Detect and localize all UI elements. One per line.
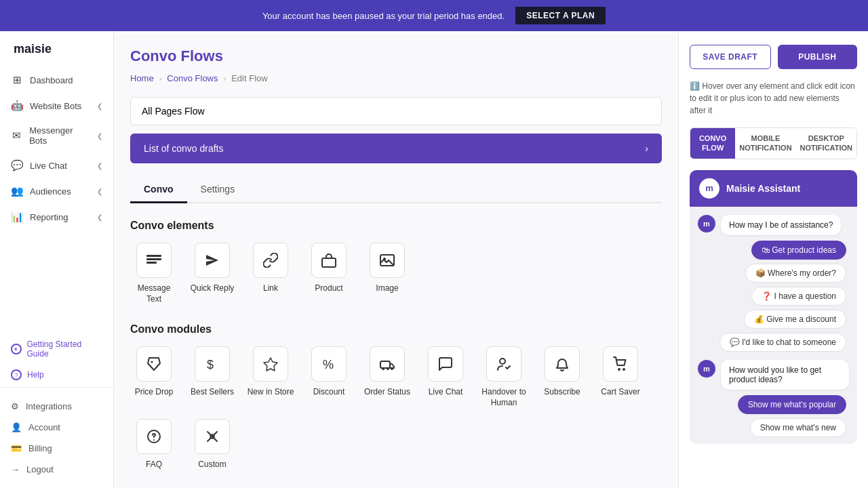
breadcrumb-sep: ›: [224, 75, 226, 83]
sidebar-item-label: Dashboard: [30, 75, 73, 85]
chat-message-row: m How may I be of assistance?: [698, 215, 849, 235]
live-chat-icon: 💬: [11, 159, 23, 171]
svg-point-12: [391, 367, 393, 370]
reply-get-product-ideas[interactable]: 🛍 Get product ideas: [751, 241, 846, 260]
publish-button[interactable]: PUBLISH: [778, 45, 858, 69]
getting-started-guide-link[interactable]: ✦ Getting Started Guide: [0, 333, 113, 365]
svg-point-14: [618, 368, 620, 371]
element-label: Quick Reply: [191, 283, 235, 294]
svg-rect-3: [322, 258, 336, 267]
page-title: Convo Flows: [130, 47, 662, 65]
reply-show-popular[interactable]: Show me what's popular: [738, 395, 846, 414]
select-plan-button[interactable]: SELECT A PLAN: [515, 7, 606, 24]
convo-modules-title: Convo modules: [130, 323, 662, 336]
sidebar-item-billing[interactable]: 💳 Billing: [0, 438, 113, 459]
element-label: Cart Saver: [601, 387, 639, 398]
chevron-icon: ❮: [97, 102, 102, 110]
chat-preview: m Maisie Assistant m How may I be of ass…: [690, 170, 857, 444]
element-label: Price Drop: [135, 387, 174, 398]
chat-agent-name: Maisie Assistant: [726, 183, 800, 194]
module-handover[interactable]: Handover to Human: [480, 346, 528, 408]
view-tabs: CONVO FLOW MOBILE NOTIFICATION DESKTOP N…: [690, 127, 857, 159]
chevron-icon: ❮: [97, 162, 102, 169]
save-draft-button[interactable]: SAVE DRAFT: [690, 45, 771, 69]
module-subscribe[interactable]: Subscribe: [538, 346, 586, 408]
sidebar-item-integrations[interactable]: ⚙ Integrations: [0, 396, 113, 417]
convo-modules-grid: Price Drop $ Best Sellers New in Store: [130, 346, 662, 470]
module-faq[interactable]: FAQ: [130, 419, 178, 470]
tab-settings[interactable]: Settings: [187, 177, 249, 203]
product-icon: [311, 243, 347, 278]
tab-convo[interactable]: Convo: [130, 177, 187, 203]
reporting-icon: 📊: [11, 211, 23, 223]
element-quick-reply[interactable]: Quick Reply: [189, 243, 236, 304]
tab-mobile-notification[interactable]: MOBILE NOTIFICATION: [735, 128, 795, 159]
billing-icon: 💳: [11, 443, 22, 453]
module-custom[interactable]: Custom: [189, 419, 236, 470]
module-best-sellers[interactable]: $ Best Sellers: [189, 346, 236, 408]
banner-text: Your account has been paused as your tri…: [262, 11, 505, 21]
breadcrumb-convo-flows[interactable]: Convo Flows: [167, 73, 218, 83]
module-new-in-store[interactable]: New in Store: [247, 346, 294, 408]
sidebar-bottom: ⚙ Integrations 👤 Account 💳 Billing → Log…: [0, 387, 113, 488]
element-label: Custom: [198, 460, 226, 470]
dashboard-icon: ⊞: [11, 74, 23, 86]
sidebar-nav: ⊞ Dashboard 🤖 Website Bots ❮ ✉ Messenger…: [0, 67, 113, 333]
convo-elements-grid: Message Text Quick Reply Link: [130, 243, 662, 304]
reply-wheres-my-order[interactable]: 📦 Where's my order?: [745, 264, 846, 283]
sidebar-item-logout[interactable]: → Logout: [0, 459, 113, 480]
sidebar-item-messenger-bots[interactable]: ✉ Messenger Bots ❮: [0, 119, 113, 152]
svg-text:%: %: [323, 358, 334, 371]
left-panel: Convo Flows Home › Convo Flows › Edit Fl…: [114, 31, 678, 488]
chat-bubble-2: How would you like to get product ideas?: [721, 360, 849, 390]
help-link[interactable]: ? Help: [0, 365, 113, 387]
reply-give-discount[interactable]: 💰 Give me a discount: [744, 310, 846, 329]
element-link[interactable]: Link: [247, 243, 294, 304]
module-live-chat[interactable]: Live Chat: [422, 346, 469, 408]
sidebar-item-account[interactable]: 👤 Account: [0, 417, 113, 438]
image-icon: [370, 243, 405, 278]
svg-text:$: $: [207, 358, 214, 371]
element-label: Subscribe: [544, 387, 580, 398]
element-label: Product: [315, 283, 342, 294]
sidebar-item-label: Logout: [26, 464, 54, 474]
sidebar-item-live-chat[interactable]: 💬 Live Chat ❮: [0, 152, 113, 178]
sidebar-item-dashboard[interactable]: ⊞ Dashboard: [0, 67, 113, 93]
svg-point-17: [153, 439, 155, 441]
convo-elements-title: Convo elements: [130, 220, 662, 232]
sidebar-item-website-bots[interactable]: 🤖 Website Bots ❮: [0, 93, 113, 119]
element-message-text[interactable]: Message Text: [130, 243, 178, 304]
element-label: Link: [263, 283, 278, 294]
tab-convo-flow[interactable]: CONVO FLOW: [690, 128, 735, 159]
reply-chat-to-someone[interactable]: 💬 I'd like to chat to someone: [719, 333, 846, 352]
element-label: Image: [376, 283, 398, 294]
svg-rect-1: [146, 258, 161, 260]
sidebar-item-label: Website Bots: [30, 101, 81, 111]
module-order-status[interactable]: Order Status: [363, 346, 411, 408]
audiences-icon: 👥: [11, 185, 23, 197]
element-image[interactable]: Image: [363, 243, 411, 304]
logout-icon: →: [11, 464, 20, 474]
reply-have-a-question[interactable]: ❓ I have a question: [751, 287, 846, 306]
element-label: Message Text: [130, 283, 178, 304]
sidebar-item-label: Reporting: [30, 212, 68, 222]
module-cart-saver[interactable]: Cart Saver: [597, 346, 644, 408]
chat-bubble: How may I be of assistance?: [721, 215, 841, 235]
list-drafts-button[interactable]: List of convo drafts ›: [130, 134, 662, 163]
sidebar-item-reporting[interactable]: 📊 Reporting ❮: [0, 204, 113, 230]
guide-label: Getting Started Guide: [27, 340, 102, 359]
flow-name-input[interactable]: [130, 97, 662, 125]
tab-desktop-notification[interactable]: DESKTOP NOTIFICATION: [796, 128, 856, 159]
sidebar-item-audiences[interactable]: 👥 Audiences ❮: [0, 178, 113, 204]
chevron-icon: ❮: [97, 188, 102, 195]
bot-avatar: m: [698, 215, 715, 232]
element-label: New in Store: [248, 387, 294, 398]
element-label: Handover to Human: [480, 387, 528, 408]
breadcrumb-home[interactable]: Home: [130, 73, 154, 83]
module-price-drop[interactable]: Price Drop: [130, 346, 178, 408]
bot-avatar-2: m: [698, 360, 715, 378]
element-product[interactable]: Product: [305, 243, 353, 304]
help-label: Help: [27, 370, 44, 380]
module-discount[interactable]: % Discount: [305, 346, 353, 408]
reply-show-new[interactable]: Show me what's new: [750, 418, 846, 437]
